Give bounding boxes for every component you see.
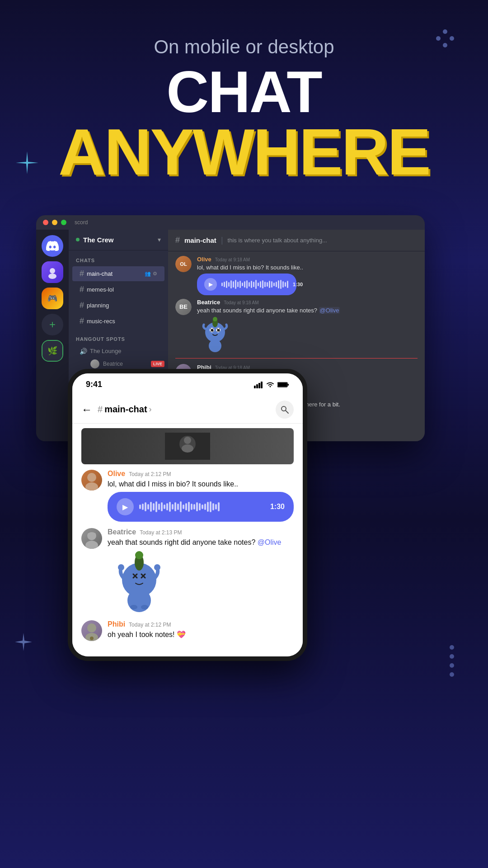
server-avatar-2[interactable]: 🎮 bbox=[42, 288, 63, 309]
mobile-status-icons bbox=[254, 381, 289, 388]
olive-voice-message[interactable]: ▶ const heights = [8,12,16,10,18,14,20,1… bbox=[197, 274, 296, 295]
star-bottom-left-icon bbox=[14, 632, 33, 652]
wifi-icon bbox=[266, 381, 275, 388]
voice-channel-name: The Lounge bbox=[90, 348, 121, 354]
chat-header: # main-chat | this is where you talk abo… bbox=[168, 230, 425, 251]
mobile-message-olive: Olive Today at 2:12 PM lol, what did I m… bbox=[81, 470, 294, 522]
voice-play-button[interactable]: ▶ bbox=[204, 278, 217, 291]
chrome-minimize[interactable] bbox=[52, 220, 57, 225]
svg-point-43 bbox=[85, 541, 98, 549]
svg-point-3 bbox=[443, 43, 447, 47]
mobile-beatrice-header: Beatrice Today at 2:13 PM bbox=[108, 528, 294, 536]
mobile-olive-header: Olive Today at 2:12 PM bbox=[108, 470, 294, 478]
desktop-title-bar: scord bbox=[36, 215, 425, 230]
unread-divider bbox=[175, 358, 418, 359]
channel-icons: 👥 ⚙ bbox=[145, 271, 157, 277]
header-divider: | bbox=[221, 236, 223, 245]
members-icon: 👥 bbox=[145, 271, 151, 277]
svg-rect-33 bbox=[287, 384, 289, 386]
svg-point-55 bbox=[154, 564, 160, 571]
channel-hash-icon: # bbox=[80, 301, 84, 310]
mobile-olive-time: Today at 2:12 PM bbox=[129, 471, 171, 477]
beatrice-msg-text: yeah that sounds right did anyone take n… bbox=[197, 307, 418, 315]
channel-main-chat[interactable]: # main-chat 👥 ⚙ bbox=[72, 266, 164, 281]
svg-point-58 bbox=[90, 637, 94, 640]
svg-rect-32 bbox=[278, 383, 287, 387]
blue-character-sticker bbox=[197, 316, 233, 353]
svg-point-45 bbox=[127, 589, 151, 612]
beatrice-msg-header: Beatrice Today at 9:18 AM bbox=[197, 299, 418, 306]
mobile-olive-name: Olive bbox=[108, 470, 125, 478]
svg-rect-29 bbox=[258, 383, 260, 388]
svg-point-0 bbox=[443, 29, 447, 34]
dots-bottom-right-icon bbox=[441, 643, 463, 679]
beatrice-timestamp: Today at 9:18 AM bbox=[224, 300, 258, 305]
chats-section-label: CHATS bbox=[69, 250, 168, 266]
voice-channel-lounge[interactable]: 🔊 The Lounge bbox=[72, 345, 164, 358]
olive-msg-header: Olive Today at 9:18 AM bbox=[197, 256, 418, 263]
server-header[interactable]: The Crew ▾ bbox=[69, 230, 168, 250]
svg-point-1 bbox=[450, 36, 454, 41]
svg-point-17 bbox=[213, 317, 217, 321]
chat-description: this is where you talk about anything... bbox=[228, 237, 327, 244]
online-dot bbox=[76, 238, 80, 241]
olive-author: Olive bbox=[197, 256, 211, 263]
mobile-voice-message[interactable]: ▶ const mheights = [10,14,20,12,22,16,24… bbox=[108, 492, 294, 522]
mobile-chat-header: ← # main-chat › bbox=[72, 396, 303, 424]
beatrice-msg-avatar: BE bbox=[175, 299, 192, 315]
server-avatar-1[interactable] bbox=[42, 261, 63, 283]
mobile-phibi-avatar bbox=[81, 620, 102, 641]
olive-msg-text: lol, what did I miss in bio? It sounds l… bbox=[197, 264, 418, 272]
svg-point-41 bbox=[85, 482, 98, 491]
mobile-message-beatrice: Beatrice Today at 2:13 PM yeah that soun… bbox=[81, 528, 294, 613]
star-left-icon bbox=[14, 149, 41, 176]
svg-point-6 bbox=[450, 663, 454, 668]
header-section: On mobile or desktop CHAT ANYWHERE bbox=[58, 0, 430, 184]
svg-point-49 bbox=[135, 551, 143, 559]
mobile-messages-area: Olive Today at 2:12 PM lol, what did I m… bbox=[72, 424, 303, 656]
svg-rect-28 bbox=[256, 384, 258, 388]
svg-point-2 bbox=[436, 36, 441, 41]
channel-music-recs[interactable]: # music-recs bbox=[72, 314, 164, 329]
mobile-top-banner bbox=[81, 428, 294, 464]
chrome-maximize[interactable] bbox=[61, 220, 66, 225]
mobile-phibi-name: Phibi bbox=[108, 620, 125, 628]
channel-memes-lol[interactable]: # memes-lol bbox=[72, 282, 164, 297]
screenshots-wrapper: scord bbox=[36, 211, 452, 661]
svg-point-47 bbox=[141, 605, 148, 609]
channel-hash-icon: # bbox=[80, 269, 84, 278]
mobile-search-button[interactable] bbox=[276, 401, 294, 419]
mobile-phibi-content: Phibi Today at 2:12 PM oh yeah I took no… bbox=[108, 620, 294, 640]
mobile-beatrice-time: Today at 2:13 PM bbox=[140, 529, 182, 536]
svg-rect-27 bbox=[254, 386, 256, 388]
server-chevron-icon: ▾ bbox=[158, 236, 161, 243]
voice-member-beatrice[interactable]: Beatrice LIVE bbox=[87, 358, 168, 370]
svg-point-40 bbox=[87, 473, 96, 482]
add-server-button[interactable]: + bbox=[42, 314, 63, 335]
svg-point-9 bbox=[48, 274, 56, 279]
battery-icon bbox=[277, 382, 289, 388]
mobile-phibi-text: oh yeah I took notes! 💝 bbox=[108, 630, 294, 640]
back-button[interactable]: ← bbox=[81, 403, 92, 416]
svg-point-56 bbox=[87, 623, 96, 632]
channel-planning[interactable]: # planning bbox=[72, 298, 164, 313]
chrome-close[interactable] bbox=[43, 220, 48, 225]
mobile-sticker bbox=[108, 551, 171, 614]
channel-hash-icon: # bbox=[80, 316, 84, 326]
chat-hash-icon: # bbox=[175, 236, 180, 245]
beatrice-avatar bbox=[90, 359, 99, 368]
mobile-channel-name: # main-chat › bbox=[98, 404, 152, 415]
beatrice-message-content: Beatrice Today at 9:18 AM yeah that soun… bbox=[197, 299, 418, 353]
channel-hash-icon: # bbox=[80, 285, 84, 294]
mobile-voice-duration: 1:30 bbox=[270, 503, 285, 511]
mobile-play-button[interactable]: ▶ bbox=[117, 498, 134, 515]
svg-point-46 bbox=[130, 605, 137, 609]
sticker-area bbox=[197, 316, 418, 353]
mobile-beatrice-avatar bbox=[81, 528, 102, 549]
svg-point-5 bbox=[450, 654, 454, 659]
server-avatar-3[interactable]: 🌿 bbox=[42, 340, 63, 362]
svg-point-11 bbox=[209, 340, 221, 352]
svg-line-35 bbox=[286, 410, 288, 413]
server-sidebar: 🎮 + 🌿 bbox=[36, 230, 69, 441]
discord-home-icon[interactable] bbox=[42, 235, 63, 257]
